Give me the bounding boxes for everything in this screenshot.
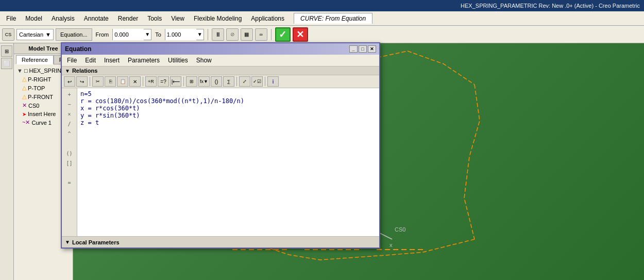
from-input[interactable]	[113, 29, 144, 40]
relations-collapse-icon[interactable]: ▼	[65, 68, 70, 74]
cs0-label: CS0	[395, 226, 405, 233]
dialog-toolbar: ↩ ↪ ✂ ⎘ 📋 ✕ +R =? |⟵ ⊞ fx▼ () ∑ ⤢ ✓☑ i	[62, 75, 379, 88]
local-params-label: Local Parameters	[72, 239, 120, 245]
menu-tools[interactable]: Tools	[143, 13, 166, 24]
dtb-sep-3	[183, 77, 184, 86]
sym-plus: +	[67, 90, 71, 100]
toolbar-separator-2	[271, 29, 272, 40]
dialog-title-bar: Equation _ □ ✕	[62, 43, 379, 55]
toolbar-separator	[208, 29, 208, 40]
to-input[interactable]	[165, 29, 196, 40]
root-icon: □	[24, 68, 28, 74]
dialog-title-text: Equation	[65, 45, 91, 53]
cut-button[interactable]: ✂	[92, 76, 104, 87]
dialog-menu-insert[interactable]: Insert	[101, 56, 123, 65]
curve-icon: ~✕	[22, 119, 30, 126]
dialog-menu: File Edit Insert Parameters Utilities Sh…	[62, 55, 379, 67]
paren-btn[interactable]: ()	[211, 76, 222, 87]
accept-button[interactable]: ✓	[275, 27, 291, 42]
sym-times: ×	[67, 110, 71, 119]
sym-minus: −	[67, 100, 71, 109]
dialog-menu-show[interactable]: Show	[193, 56, 215, 65]
feature-btn-2[interactable]: ⬜	[1, 58, 12, 69]
dialog-minimize-button[interactable]: _	[349, 45, 358, 53]
relations-label: Relations	[72, 68, 98, 74]
title-bar: HEX_SPRING_PARAMETRIC Rev: New .0+ (Acti…	[0, 0, 644, 11]
undo-button[interactable]: ↩	[64, 76, 75, 87]
redo-button[interactable]: ↪	[76, 76, 88, 87]
pause-button[interactable]: ⏸	[212, 28, 224, 41]
insert-here-icon: ➤	[22, 111, 26, 117]
dialog-close-button[interactable]: ✕	[368, 45, 376, 53]
local-parameters-section: ▼ Local Parameters	[62, 236, 379, 248]
to-spinner[interactable]: ▼	[196, 31, 204, 37]
menu-annotate[interactable]: Annotate	[80, 13, 113, 24]
plane-icon-front: △	[22, 93, 26, 100]
from-spinner[interactable]: ▼	[144, 31, 151, 37]
menu-applications[interactable]: Applications	[247, 13, 289, 24]
line-numbers: + − × / ^ () [] =	[62, 88, 77, 236]
code-area-wrapper: + − × / ^ () [] = n=5 r = cos(180/n)/cos…	[62, 88, 379, 236]
main-toolbar: CS Cartesian ▼ Equation... From ▼ To ▼ ⏸…	[0, 26, 644, 43]
relations-header: ▼ Relations	[62, 67, 379, 75]
func-btn[interactable]: fx▼	[198, 76, 210, 87]
tab-reference[interactable]: Reference	[16, 55, 54, 64]
dialog-menu-edit[interactable]: Edit	[82, 56, 99, 65]
equation-dialog: Equation _ □ ✕ File Edit Insert Paramete…	[61, 42, 380, 249]
insert-func-icon[interactable]: ⊞	[186, 76, 197, 87]
plane-icon-right: △	[22, 76, 26, 83]
paste-button[interactable]: 📋	[117, 76, 128, 87]
sym-caret: ^	[67, 129, 71, 139]
equation-button[interactable]: Equation...	[56, 28, 92, 41]
expand-btn[interactable]: ⤢	[239, 76, 250, 87]
sym-div: /	[67, 120, 71, 129]
special-char-btn[interactable]: ∑	[223, 76, 234, 87]
expand-icon: ▼	[17, 68, 23, 74]
to-label: To	[154, 31, 163, 38]
stop-icon[interactable]: ⊘	[226, 28, 239, 41]
delete-button[interactable]: ✕	[129, 76, 141, 87]
menu-file[interactable]: File	[2, 13, 20, 24]
dialog-maximize-button[interactable]: □	[359, 45, 367, 53]
verify-btn[interactable]: ✓☑	[251, 76, 263, 87]
dropdown-arrow-icon: ▼	[45, 31, 51, 38]
dtb-sep-4	[236, 77, 237, 86]
code-editor[interactable]: n=5 r = cos(180/n)/cos(360*mod((n*t),1)/…	[77, 88, 379, 236]
dialog-menu-file[interactable]: File	[64, 56, 80, 65]
sym-bracket: []	[66, 159, 72, 168]
local-params-icon[interactable]: ▼	[65, 239, 70, 245]
insert-relation-btn[interactable]: +R	[145, 76, 157, 87]
menu-render[interactable]: Render	[114, 13, 142, 24]
curve-from-equation-tab[interactable]: CURVE: From Equation	[294, 13, 372, 24]
copy-button[interactable]: ⎘	[105, 76, 116, 87]
sym-paren-open: ()	[66, 149, 72, 158]
cancel-button[interactable]: ✕	[293, 27, 308, 42]
cs-icon[interactable]: CS	[2, 28, 14, 41]
title-text: HEX_SPRING_PARAMETRIC Rev: New .0+ (Acti…	[461, 3, 640, 9]
menu-bar: File Model Analysis Annotate Render Tool…	[0, 11, 644, 26]
info-btn[interactable]: i	[267, 76, 279, 87]
plane-icon-top: △	[22, 85, 26, 91]
x-axis-label: x	[389, 242, 393, 248]
menu-flexible-modeling[interactable]: Flexible Modeling	[190, 13, 246, 24]
dtb-sep-1	[90, 77, 90, 86]
from-label: From	[94, 31, 111, 38]
menu-model[interactable]: Model	[21, 13, 46, 24]
dialog-title-buttons: _ □ ✕	[349, 45, 376, 53]
coord-system-dropdown[interactable]: Cartesian ▼	[16, 29, 54, 40]
assign-btn[interactable]: |⟵	[170, 76, 181, 87]
dtb-sep-2	[143, 77, 143, 86]
eq-sign-btn[interactable]: =?	[158, 76, 169, 87]
cs-tree-icon: ✕	[22, 102, 27, 109]
preview-btn[interactable]: ▦	[241, 28, 253, 41]
dtb-sep-5	[265, 77, 265, 86]
sym-equals: =	[67, 178, 71, 188]
menu-view[interactable]: View	[167, 13, 189, 24]
review-btn[interactable]: ∞	[255, 28, 267, 41]
dialog-menu-parameters[interactable]: Parameters	[125, 56, 163, 65]
main-content: ⊞ ⬜ Model Tree Reference Properties ▼ □ …	[0, 43, 644, 280]
feature-toolbar: ⊞ ⬜	[0, 43, 14, 280]
menu-analysis[interactable]: Analysis	[47, 13, 79, 24]
dialog-menu-utilities[interactable]: Utilities	[165, 56, 191, 65]
feature-btn-1[interactable]: ⊞	[1, 45, 12, 57]
